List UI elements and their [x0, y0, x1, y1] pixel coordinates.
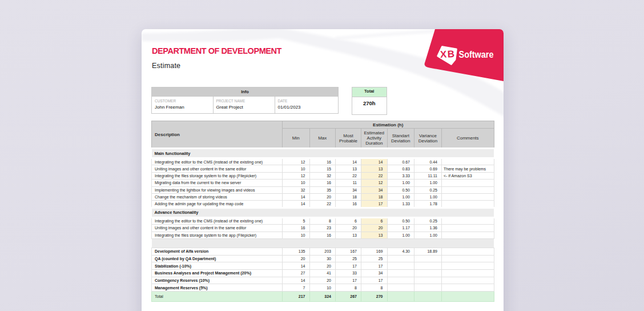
svg-text:Software: Software: [459, 49, 494, 60]
svg-text:XB: XB: [440, 49, 455, 60]
